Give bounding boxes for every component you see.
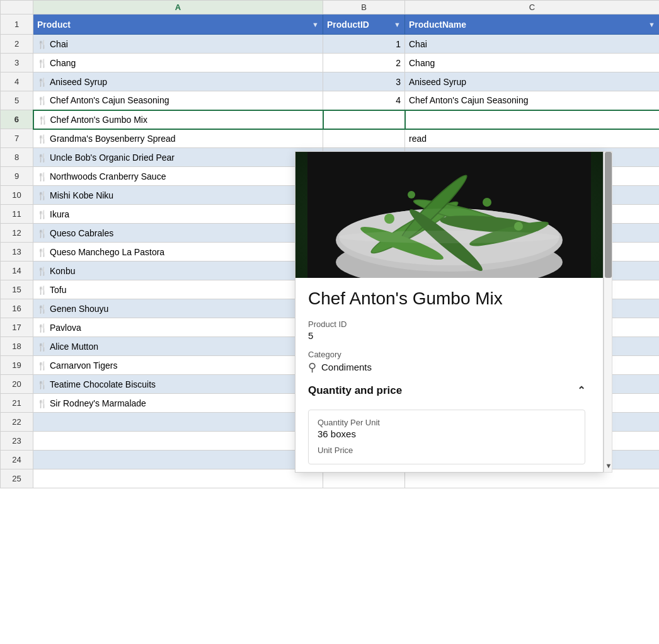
- scrollbar-thumb[interactable]: [605, 152, 612, 278]
- product-name-text: Ikura: [50, 209, 69, 219]
- product-name-text: Chang: [50, 58, 76, 68]
- col-header-b: B: [323, 1, 405, 14]
- cell-product[interactable]: 🍴Chef Anton's Gumbo Mix: [33, 110, 323, 129]
- cell-product-id[interactable]: 2: [323, 54, 405, 72]
- product-icon: 🍴: [37, 285, 47, 295]
- cell-product[interactable]: [33, 432, 323, 451]
- svg-point-16: [514, 222, 523, 231]
- table-row[interactable]: 5🍴Chef Anton's Cajun Seasoning4Chef Anto…: [1, 91, 660, 110]
- product-icon: 🍴: [37, 248, 47, 257]
- cell-product-name[interactable]: Aniseed Syrup: [405, 72, 660, 91]
- cell-product[interactable]: 🍴Aniseed Syrup: [33, 72, 323, 91]
- cell-product[interactable]: 🍴Pavlova: [33, 318, 323, 337]
- cell-product-name[interactable]: Chang: [405, 54, 660, 72]
- qty-per-unit-value: 36 boxes: [318, 428, 576, 439]
- table-row[interactable]: 4🍴Aniseed Syrup3Aniseed Syrup: [1, 72, 660, 91]
- cell-product[interactable]: 🍴Northwoods Cranberry Sauce: [33, 167, 323, 186]
- row-number: 22: [1, 413, 33, 432]
- row-number: 11: [1, 205, 33, 224]
- cell-product[interactable]: 🍴Chang: [33, 54, 323, 72]
- product-name-text: Chef Anton's Gumbo Mix: [50, 115, 147, 125]
- row-number: 12: [1, 224, 33, 243]
- row-number: 9: [1, 167, 33, 186]
- cell-product[interactable]: 🍴Grandma's Boysenberry Spread: [33, 129, 323, 148]
- cell-product[interactable]: 🍴Uncle Bob's Organic Dried Pear: [33, 148, 323, 167]
- detail-panel: Chef Anton's Gumbo Mix Product ID 5 Cate…: [295, 151, 612, 473]
- product-icon: 🍴: [37, 229, 47, 238]
- dropdown-icon-c[interactable]: ▼: [648, 21, 655, 28]
- table-row[interactable]: 6🍴Chef Anton's Gumbo Mix: [1, 110, 660, 129]
- table-row[interactable]: 3🍴Chang2Chang: [1, 54, 660, 72]
- product-name-text: Carnarvon Tigers: [50, 360, 117, 371]
- dropdown-icon-a[interactable]: ▼: [312, 21, 319, 28]
- cell-product-id[interactable]: [323, 129, 405, 148]
- product-icon: 🍴: [37, 380, 47, 389]
- cell-product[interactable]: 🍴Sir Rodney's Marmalade: [33, 394, 323, 413]
- table-row[interactable]: 7🍴Grandma's Boysenberry Spreadread: [1, 129, 660, 148]
- row-number: 4: [1, 72, 33, 91]
- row-number: 8: [1, 148, 33, 167]
- product-icon: 🍴: [37, 399, 47, 408]
- row-number: 18: [1, 337, 33, 356]
- cell-product[interactable]: 🍴Tofu: [33, 280, 323, 299]
- row-number: 16: [1, 299, 33, 318]
- cell-product-id[interactable]: 1: [323, 35, 405, 54]
- cell-product-name[interactable]: read: [405, 129, 660, 148]
- product-name-text: Konbu: [50, 266, 75, 276]
- cell-product[interactable]: 🍴Queso Manchego La Pastora: [33, 243, 323, 262]
- product-name-text: Pavlova: [50, 323, 81, 333]
- cell-product[interactable]: [33, 413, 323, 432]
- header-label-c: ProductName: [409, 20, 466, 30]
- panel-product-image: [295, 152, 603, 278]
- qty-price-section-header: Quantity and price ⌃: [308, 384, 585, 402]
- cell-product[interactable]: 🍴Ikura: [33, 205, 323, 224]
- product-icon: 🍴: [37, 153, 47, 163]
- scroll-down-arrow[interactable]: ▼: [604, 459, 613, 472]
- cell-product[interactable]: 🍴Carnarvon Tigers: [33, 356, 323, 375]
- col-header-a[interactable]: A: [33, 1, 323, 14]
- cell-product[interactable]: 🍴Konbu: [33, 262, 323, 280]
- header-cell-c[interactable]: ProductName▼: [405, 14, 660, 35]
- cell-product-name[interactable]: Chai: [405, 35, 660, 54]
- cell-product-id[interactable]: [323, 110, 405, 129]
- row-number: 23: [1, 432, 33, 451]
- qty-per-unit-label: Quantity Per Unit: [318, 418, 576, 427]
- product-icon: 🍴: [37, 267, 47, 276]
- cell-product[interactable]: 🍴Chef Anton's Cajun Seasoning: [33, 91, 323, 110]
- product-name-text: Uncle Bob's Organic Dried Pear: [50, 152, 175, 163]
- header-cell-b[interactable]: ProductID▼: [323, 14, 405, 35]
- cell-product-name[interactable]: [405, 110, 660, 129]
- cell-product[interactable]: [33, 469, 323, 488]
- cell-product[interactable]: 🍴Mishi Kobe Niku: [33, 186, 323, 205]
- cell-product[interactable]: 🍴Queso Cabrales: [33, 224, 323, 243]
- product-icon: 🍴: [37, 59, 47, 68]
- cell-product-id[interactable]: 4: [323, 91, 405, 110]
- cell-product[interactable]: [33, 451, 323, 469]
- table-row[interactable]: 2🍴Chai1Chai: [1, 35, 660, 54]
- row-number: 21: [1, 394, 33, 413]
- panel-scrollbar[interactable]: ▼: [604, 151, 612, 473]
- svg-point-17: [408, 191, 415, 198]
- product-name-text: Teatime Chocolate Biscuits: [50, 379, 156, 389]
- row-number: 7: [1, 129, 33, 148]
- cell-product[interactable]: 🍴Alice Mutton: [33, 337, 323, 356]
- chevron-up-icon[interactable]: ⌃: [577, 384, 585, 396]
- row-number: 20: [1, 375, 33, 394]
- cell-product-name[interactable]: Chef Anton's Cajun Seasoning: [405, 91, 660, 110]
- cell-product[interactable]: 🍴Chai: [33, 35, 323, 54]
- product-name-text: Chef Anton's Cajun Seasoning: [50, 95, 169, 105]
- okra-illustration: [307, 152, 591, 278]
- product-icon: 🍴: [37, 172, 47, 181]
- dropdown-icon-b[interactable]: ▼: [394, 21, 401, 28]
- header-cell-a[interactable]: Product▼: [33, 14, 323, 35]
- product-id-value: 5: [308, 330, 585, 341]
- cell-product[interactable]: 🍴Genen Shouyu: [33, 299, 323, 318]
- cell-product[interactable]: 🍴Teatime Chocolate Biscuits: [33, 375, 323, 394]
- column-header-row: A B C: [1, 1, 660, 14]
- header-label-a: Product: [37, 20, 71, 30]
- row-number: 14: [1, 262, 33, 280]
- product-id-label: Product ID: [308, 319, 585, 329]
- product-icon: 🍴: [37, 96, 47, 105]
- product-icon: 🍴: [38, 115, 48, 125]
- cell-product-id[interactable]: 3: [323, 72, 405, 91]
